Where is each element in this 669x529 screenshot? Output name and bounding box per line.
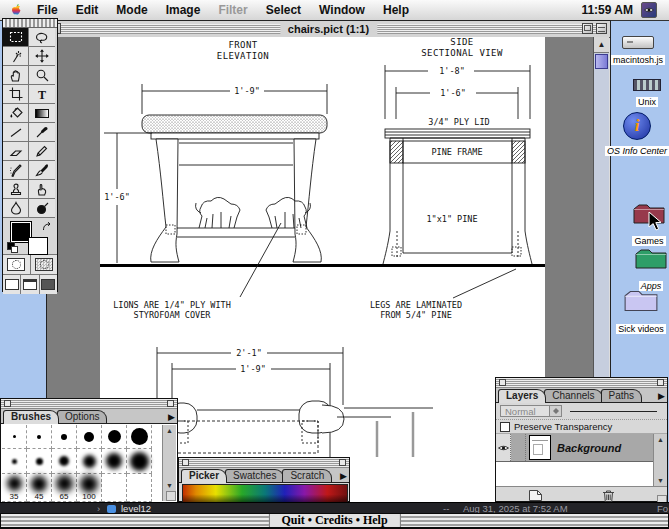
tool-crop[interactable] <box>3 85 29 104</box>
eye-cell[interactable] <box>496 434 511 461</box>
tool-airbrush[interactable] <box>3 161 29 180</box>
brush-size-2[interactable] <box>27 425 52 449</box>
opacity-slider[interactable] <box>570 411 657 412</box>
background-color-swatch[interactable] <box>28 237 48 255</box>
standard-mode-button[interactable] <box>3 255 31 274</box>
brush-soft-6[interactable] <box>127 449 152 474</box>
tool-move[interactable] <box>29 47 55 66</box>
menu-help[interactable]: Help <box>374 1 418 20</box>
menu-edit[interactable]: Edit <box>67 1 108 20</box>
brushes-scroll-up-icon[interactable]: ▲ <box>163 427 176 434</box>
layer-thumbnail[interactable] <box>529 435 551 460</box>
picker-close-icon[interactable] <box>182 459 189 466</box>
tab-layers[interactable]: Layers <box>498 389 546 403</box>
tool-paintbrush[interactable] <box>29 161 55 180</box>
tool-gradient[interactable] <box>29 104 55 123</box>
desktop-icon-unix[interactable]: Unix <box>625 79 669 109</box>
tab-swatches[interactable]: Swatches <box>225 469 284 482</box>
layers-collapse-icon[interactable] <box>657 379 664 386</box>
tool-type[interactable]: T <box>29 85 55 104</box>
tool-line[interactable] <box>3 123 29 142</box>
layers-close-icon[interactable] <box>499 379 506 386</box>
swap-colors-icon[interactable] <box>41 219 53 237</box>
brush-soft-3[interactable] <box>52 449 77 474</box>
brush-soft-4[interactable] <box>77 449 102 474</box>
tool-eyedropper[interactable] <box>29 123 55 142</box>
tool-rubber-stamp[interactable] <box>3 180 29 199</box>
desktop-icon-sick-videos[interactable]: Sick videos <box>615 287 667 336</box>
menu-select[interactable]: Select <box>257 1 310 20</box>
brush-soft-2[interactable] <box>27 449 52 474</box>
trash-icon[interactable] <box>602 489 615 502</box>
tab-scratch[interactable]: Scratch <box>282 469 332 482</box>
menu-clock[interactable]: 11:59 AM <box>573 3 641 17</box>
layer-row-background[interactable]: Background <box>496 434 654 462</box>
brush-100[interactable]: 100 <box>77 474 102 502</box>
blend-mode-stepper-icon[interactable] <box>549 406 561 416</box>
tool-smudge[interactable] <box>29 180 55 199</box>
brush-65[interactable]: 65 <box>52 474 77 502</box>
tool-paint-bucket[interactable] <box>3 104 29 123</box>
standard-screen-button[interactable] <box>3 275 21 294</box>
desktop-icon-macintosh-js[interactable]: macintosh.js <box>607 36 669 67</box>
new-layer-icon[interactable] <box>528 489 543 502</box>
brushes-resize-grip[interactable] <box>166 491 176 501</box>
menu-window[interactable]: Window <box>310 1 374 20</box>
preserve-transparency-checkbox[interactable] <box>500 422 510 432</box>
blend-mode-select[interactable]: Normal <box>500 405 562 417</box>
desktop-icon-os-info-center[interactable]: i OS Info Center <box>605 112 669 158</box>
picker-collapse-icon[interactable] <box>339 459 346 466</box>
brush-soft-1[interactable] <box>2 449 27 474</box>
brushes-scrollbar[interactable]: ▲ ▼ <box>162 425 176 501</box>
picker-title-bar[interactable] <box>179 458 349 468</box>
default-colors-icon[interactable] <box>7 242 17 252</box>
desktop-icon-apps[interactable]: Apps <box>630 246 669 293</box>
layers-scrollbar[interactable]: ▲ ▼ <box>653 434 667 486</box>
tool-lasso[interactable] <box>29 28 55 47</box>
link-cell[interactable] <box>511 434 526 461</box>
tool-blur[interactable] <box>3 199 29 218</box>
application-menu-icon[interactable] <box>641 2 657 18</box>
layers-resize-grip[interactable] <box>657 495 667 502</box>
brush-35[interactable]: 35 <box>2 474 27 502</box>
tool-eraser[interactable] <box>3 142 29 161</box>
tool-hand[interactable] <box>3 66 29 85</box>
brush-size-1[interactable] <box>2 425 27 449</box>
brushes-collapse-icon[interactable] <box>167 400 174 407</box>
tool-pencil[interactable] <box>29 142 55 161</box>
quick-mask-button[interactable] <box>31 255 58 274</box>
brush-empty-1[interactable] <box>102 474 127 502</box>
brush-size-5[interactable] <box>102 425 127 449</box>
tab-picker[interactable]: Picker <box>181 469 227 483</box>
toolbox-title-bar[interactable] <box>3 19 57 28</box>
layers-scroll-up-icon[interactable]: ▲ <box>654 436 667 443</box>
brush-size-6[interactable] <box>127 425 152 449</box>
tab-brushes[interactable]: Brushes <box>3 410 59 424</box>
brush-size-3[interactable] <box>52 425 77 449</box>
brushes-close-icon[interactable] <box>4 400 11 407</box>
window-title-bar[interactable]: chairs.pict (1:1) <box>47 21 610 38</box>
brushes-menu-arrow-icon[interactable]: ▶ <box>168 412 175 422</box>
brush-45[interactable]: 45 <box>27 474 52 502</box>
tool-rectangular-marquee[interactable] <box>3 28 29 47</box>
tab-paths[interactable]: Paths <box>601 389 643 402</box>
brushes-title-bar[interactable] <box>1 399 177 409</box>
picker-menu-arrow-icon[interactable]: ▶ <box>340 471 347 481</box>
menu-file[interactable]: File <box>28 1 67 20</box>
tool-magic-wand[interactable] <box>3 47 29 66</box>
tab-channels[interactable]: Channels <box>544 389 602 402</box>
brush-size-4[interactable] <box>77 425 102 449</box>
menu-image[interactable]: Image <box>157 1 210 20</box>
layers-title-bar[interactable] <box>496 378 667 388</box>
windowshade-box-icon[interactable] <box>596 23 607 34</box>
brush-soft-5[interactable] <box>102 449 127 474</box>
fullscreen-menubar-button[interactable] <box>21 275 39 294</box>
color-spectrum-bar[interactable] <box>182 484 348 502</box>
tool-toning[interactable] <box>29 199 55 218</box>
apple-menu-icon[interactable] <box>10 3 22 17</box>
brushes-scroll-down-icon[interactable]: ▼ <box>163 482 176 489</box>
fullscreen-button[interactable] <box>40 275 57 294</box>
brush-empty-2[interactable] <box>127 474 152 502</box>
menu-mode[interactable]: Mode <box>107 1 156 20</box>
footer-menu[interactable]: Quit • Credits • Help <box>268 514 400 527</box>
